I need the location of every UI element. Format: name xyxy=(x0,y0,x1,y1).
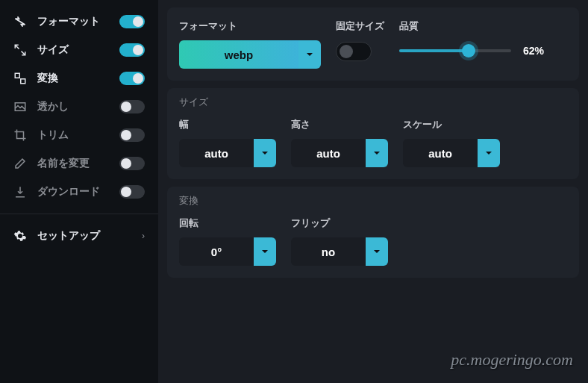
sidebar-label: セットアップ xyxy=(37,229,142,243)
sidebar-item-trim[interactable]: トリム xyxy=(0,121,158,149)
sidebar-label: 名前を変更 xyxy=(37,157,119,170)
sidebar: フォーマット サイズ 変換 透かし トリム 名前を変更 xyxy=(0,0,158,383)
slider-thumb[interactable] xyxy=(462,44,475,57)
rotate-value: 0° xyxy=(179,237,254,266)
fixed-size-label: 固定サイズ xyxy=(336,19,384,33)
height-value: auto xyxy=(291,139,366,167)
height-label: 高さ xyxy=(291,118,388,131)
watermark-icon xyxy=(13,100,27,113)
sidebar-label: 透かし xyxy=(37,100,119,113)
format-value: webp xyxy=(179,40,298,69)
width-label: 幅 xyxy=(179,118,276,131)
quality-label: 品質 xyxy=(399,19,567,33)
transform-icon xyxy=(13,72,27,85)
format-select[interactable]: webp xyxy=(179,40,321,69)
sidebar-item-watermark[interactable]: 透かし xyxy=(0,93,158,121)
flip-value: no xyxy=(291,237,366,266)
panel-size: サイズ 幅 auto 高さ auto スケール auto xyxy=(167,88,579,179)
chevron-right-icon: › xyxy=(142,231,145,241)
chevron-down-icon xyxy=(366,237,388,266)
svg-rect-0 xyxy=(15,73,19,78)
rename-icon xyxy=(13,157,27,170)
chevron-down-icon xyxy=(298,40,321,69)
chevron-down-icon xyxy=(254,139,276,167)
sidebar-label: ダウンロード xyxy=(37,185,119,199)
resize-icon xyxy=(13,43,27,57)
scale-value: auto xyxy=(403,139,478,167)
toggle-transform[interactable] xyxy=(119,72,145,85)
chevron-down-icon xyxy=(478,139,500,167)
toggle-rename[interactable] xyxy=(119,157,145,170)
download-icon xyxy=(13,185,27,199)
toggle-watermark[interactable] xyxy=(119,100,145,113)
width-select[interactable]: auto xyxy=(179,139,276,167)
sidebar-item-download[interactable]: ダウンロード xyxy=(0,178,158,206)
scale-select[interactable]: auto xyxy=(403,139,500,167)
gear-icon xyxy=(13,229,27,243)
main-content: フォーマット webp 固定サイズ 品質 xyxy=(158,0,588,383)
transform-title: 変換 xyxy=(179,194,567,208)
flip-label: フリップ xyxy=(291,217,388,230)
flip-select[interactable]: no xyxy=(291,237,388,266)
format-icon xyxy=(13,15,27,28)
fixed-size-toggle[interactable] xyxy=(336,42,372,61)
sidebar-label: サイズ xyxy=(37,43,119,57)
panel-transform: 変換 回転 0° フリップ no xyxy=(167,187,579,278)
scale-label: スケール xyxy=(403,118,500,131)
sidebar-item-transform[interactable]: 変換 xyxy=(0,64,158,93)
quality-value: 62% xyxy=(523,45,544,57)
toggle-download[interactable] xyxy=(119,185,145,199)
separator xyxy=(0,214,158,214)
crop-icon xyxy=(13,128,27,142)
sidebar-item-size[interactable]: サイズ xyxy=(0,36,158,64)
format-label: フォーマット xyxy=(179,19,321,33)
rotate-select[interactable]: 0° xyxy=(179,237,276,266)
sidebar-item-rename[interactable]: 名前を変更 xyxy=(0,149,158,178)
svg-rect-1 xyxy=(21,79,25,84)
sidebar-label: トリム xyxy=(37,128,119,142)
width-value: auto xyxy=(179,139,254,167)
sidebar-item-setup[interactable]: セットアップ › xyxy=(0,222,158,250)
toggle-trim[interactable] xyxy=(119,128,145,142)
rotate-label: 回転 xyxy=(179,217,276,230)
quality-slider[interactable] xyxy=(399,49,511,52)
chevron-down-icon xyxy=(366,139,388,167)
sidebar-label: フォーマット xyxy=(37,15,119,28)
toggle-size[interactable] xyxy=(119,43,145,57)
slider-fill xyxy=(399,49,469,52)
sidebar-item-format[interactable]: フォーマット xyxy=(0,7,158,36)
height-select[interactable]: auto xyxy=(291,139,388,167)
sidebar-label: 変換 xyxy=(37,72,119,85)
panel-format: フォーマット webp 固定サイズ 品質 xyxy=(167,7,579,81)
size-title: サイズ xyxy=(179,96,567,109)
chevron-down-icon xyxy=(254,237,276,266)
toggle-format[interactable] xyxy=(119,15,145,28)
